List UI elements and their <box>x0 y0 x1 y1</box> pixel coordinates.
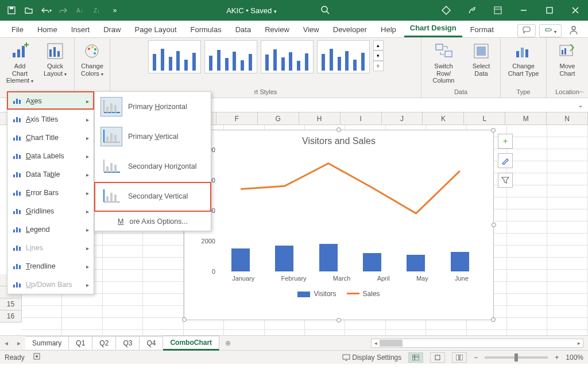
move-chart-button[interactable]: Move Chart <box>552 40 583 78</box>
quick-layout-button[interactable]: Quick Layout ▾ <box>40 40 71 78</box>
qat-sort-desc-icon[interactable]: Z↓ <box>90 2 106 18</box>
close-icon[interactable] <box>562 0 588 21</box>
qat-autosave-icon[interactable] <box>3 2 20 18</box>
more-axis-options[interactable]: More Axis Options... <box>95 211 211 231</box>
formula-expand-icon[interactable]: ⌄ <box>573 101 588 109</box>
tab-format[interactable]: Format <box>465 22 500 37</box>
svg-rect-71 <box>110 163 113 172</box>
svg-rect-37 <box>13 138 15 141</box>
zoom-level[interactable]: 100% <box>566 353 583 362</box>
axes-option-primary-horizontal[interactable]: Primary Horizontal <box>95 92 211 122</box>
qat-overflow-icon[interactable]: » <box>107 2 123 18</box>
menu-item-chart-title[interactable]: Chart Title▸ <box>7 129 94 147</box>
style-thumb[interactable] <box>261 40 314 73</box>
share-button[interactable]: ▾ <box>539 24 562 37</box>
col-header[interactable]: F <box>216 112 258 125</box>
tab-formulas[interactable]: Formulas <box>185 22 227 37</box>
horizontal-scrollbar[interactable]: ◂▸ <box>371 339 583 348</box>
maximize-icon[interactable] <box>536 0 562 21</box>
qat-undo-icon[interactable]: ▾ <box>38 2 54 18</box>
sheet-nav-prev-icon[interactable]: ◂ <box>0 339 13 347</box>
tab-chart-design[interactable]: Chart Design <box>404 20 462 37</box>
tab-file[interactable]: File <box>6 22 29 37</box>
tab-data[interactable]: Data <box>230 22 257 37</box>
switch-row-column-button[interactable]: Switch Row/ Column <box>425 40 462 86</box>
qat-redo-icon[interactable] <box>55 2 71 18</box>
chart-legend[interactable]: Visitors Sales <box>184 290 493 298</box>
tab-developer[interactable]: Developer <box>327 22 373 37</box>
menu-item-trendline[interactable]: Trendline▸ <box>7 257 94 275</box>
tab-draw[interactable]: Draw <box>98 22 126 37</box>
sheet-tab[interactable]: Q2 <box>92 336 116 349</box>
col-header[interactable]: K <box>423 112 464 125</box>
menu-item-axes[interactable]: Axes▸ <box>7 92 94 110</box>
chart-filter-button[interactable] <box>498 173 513 188</box>
menu-item-legend[interactable]: Legend▸ <box>7 220 94 239</box>
sheet-tab[interactable]: Q3 <box>116 336 140 349</box>
chart-plot-area[interactable]: 02000400060008000 <box>219 150 482 271</box>
col-header[interactable]: I <box>341 112 382 125</box>
new-sheet-button[interactable]: ⊕ <box>219 339 237 347</box>
qat-open-icon[interactable] <box>21 2 37 18</box>
zoom-in-button[interactable]: + <box>555 353 559 362</box>
view-normal-button[interactable] <box>408 352 423 363</box>
change-chart-type-button[interactable]: Change Chart Type <box>506 40 541 78</box>
gallery-scroll[interactable]: ▴▾▿ <box>373 40 384 71</box>
view-page-layout-button[interactable] <box>430 352 445 363</box>
zoom-slider[interactable] <box>485 356 548 359</box>
diamond-icon[interactable] <box>433 0 459 21</box>
row-header[interactable]: 15 <box>0 298 22 310</box>
sheet-tab[interactable]: Q4 <box>140 336 163 349</box>
axes-option-secondary-vertical[interactable]: Secondary Vertical <box>95 181 211 211</box>
col-header[interactable]: H <box>299 112 341 125</box>
tab-home[interactable]: Home <box>32 22 63 37</box>
coming-soon-icon[interactable] <box>459 0 485 21</box>
view-page-break-button[interactable] <box>452 352 467 363</box>
col-header[interactable]: J <box>382 112 423 125</box>
axes-option-secondary-horizontal[interactable]: Secondary Horizontal <box>95 151 211 181</box>
style-thumb[interactable] <box>148 40 201 73</box>
minimize-icon[interactable] <box>510 0 536 21</box>
display-settings-button[interactable]: Display Settings <box>342 353 401 362</box>
col-header[interactable]: G <box>258 112 299 125</box>
menu-item-data-table[interactable]: Data Table▸ <box>7 165 94 184</box>
style-thumb[interactable] <box>204 40 257 73</box>
sheet-tab-active[interactable]: ComboChart <box>163 336 219 351</box>
svg-rect-34 <box>13 119 15 122</box>
style-thumb[interactable] <box>317 40 370 73</box>
tab-page-layout[interactable]: Page Layout <box>129 22 183 37</box>
chart-styles-gallery[interactable]: ▴▾▿ <box>114 40 417 88</box>
chart-title[interactable]: Visitors and Sales <box>184 130 493 150</box>
menu-item-data-labels[interactable]: Data Labels▸ <box>7 147 94 165</box>
menu-item-axis-titles[interactable]: Axis Titles▸ <box>7 110 94 129</box>
sheet-nav-next-icon[interactable]: ▸ <box>13 339 25 347</box>
axes-option-primary-vertical[interactable]: Primary Vertical <box>95 122 211 151</box>
svg-text:A↓: A↓ <box>76 7 83 14</box>
col-header[interactable]: N <box>547 112 588 125</box>
add-chart-element-button[interactable]: Add Chart Element ▾ <box>3 40 36 86</box>
collapse-ribbon-icon[interactable]: ︿ <box>578 87 585 95</box>
tab-review[interactable]: Review <box>259 22 295 37</box>
tab-insert[interactable]: Insert <box>65 22 96 37</box>
change-colors-button[interactable]: Change Colors ▾ <box>77 40 108 78</box>
search-icon[interactable] <box>320 5 330 16</box>
embedded-chart[interactable]: Visitors and Sales 02000400060008000 Jan… <box>184 130 494 320</box>
account-icon[interactable] <box>565 25 582 37</box>
sheet-tab[interactable]: Summary <box>25 336 69 349</box>
menu-item-error-bars[interactable]: Error Bars▸ <box>7 184 94 202</box>
col-header[interactable]: M <box>505 112 547 125</box>
ribbon-mode-icon[interactable] <box>485 0 510 21</box>
tab-view[interactable]: View <box>297 22 325 37</box>
col-header[interactable]: L <box>464 112 505 125</box>
select-data-button[interactable]: Select Data <box>466 40 497 78</box>
macro-record-icon[interactable] <box>33 352 41 362</box>
zoom-out-button[interactable]: − <box>474 353 478 362</box>
chart-styles-button[interactable] <box>498 153 513 168</box>
comments-button[interactable] <box>517 24 536 37</box>
chart-elements-button[interactable]: ＋ <box>498 134 513 149</box>
row-header[interactable]: 16 <box>0 310 22 323</box>
sheet-tab[interactable]: Q1 <box>69 336 92 349</box>
tab-help[interactable]: Help <box>375 22 402 37</box>
menu-item-gridlines[interactable]: Gridlines▸ <box>7 202 94 220</box>
qat-sort-asc-icon[interactable]: A↓ <box>72 2 88 18</box>
